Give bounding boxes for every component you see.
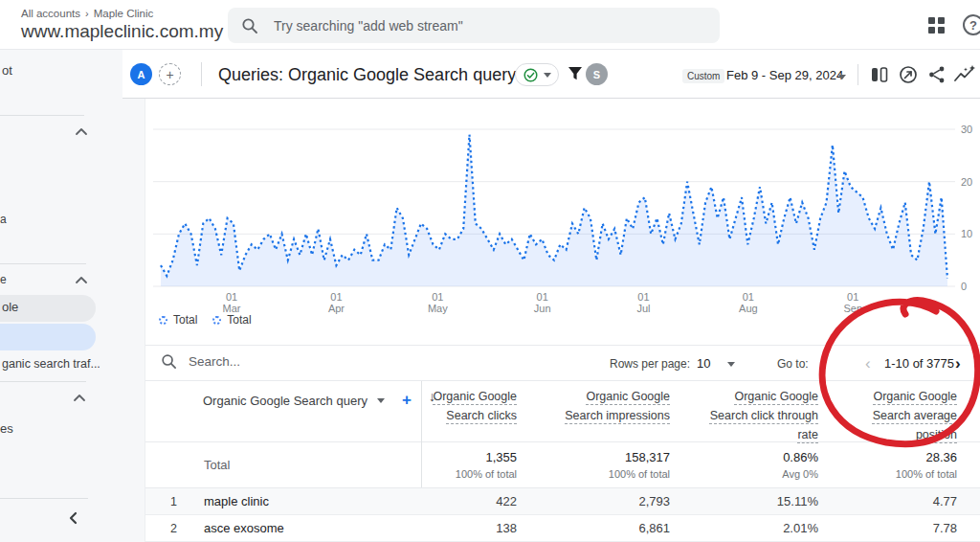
total-label: Total bbox=[204, 458, 230, 472]
dotted-series-icon bbox=[159, 316, 167, 325]
svg-text:Sep: Sep bbox=[843, 303, 862, 314]
svg-text:10: 10 bbox=[961, 228, 972, 239]
table-header-row: Organic Google Search query + ↓ Organic … bbox=[145, 381, 980, 442]
svg-text:Apr: Apr bbox=[328, 303, 345, 314]
nav-divider bbox=[0, 263, 86, 264]
nav-item-fragment-top[interactable]: ot bbox=[2, 63, 12, 78]
property-selector[interactable]: www.mapleclinic.com.my bbox=[21, 21, 237, 42]
timeseries-chart: 010203001Mar01Apr01May01Jun01Jul01Aug01S… bbox=[145, 99, 980, 345]
diagnostics-grid-icon[interactable] bbox=[928, 17, 945, 34]
date-range-selector[interactable]: Feb 9 - Sep 29, 2024 bbox=[726, 68, 843, 82]
left-nav-panel: ot a e ole ganic search traf... es bbox=[0, 50, 145, 542]
insights-icon[interactable] bbox=[898, 64, 919, 85]
legend-item-total-1[interactable]: Total bbox=[159, 313, 197, 327]
report-header: A + Queries: Organic Google Search query… bbox=[122, 50, 980, 99]
column-header-clicks[interactable]: Organic Google Search clicks bbox=[421, 388, 517, 426]
divider bbox=[201, 62, 202, 86]
nav-item-fragment-e[interactable]: e bbox=[0, 273, 7, 286]
chevron-down-icon bbox=[377, 398, 385, 403]
column-header-avg-position[interactable]: Organic Google Search average position bbox=[818, 388, 957, 444]
workspace-avatar[interactable]: A bbox=[130, 63, 152, 85]
dotted-series-icon bbox=[212, 316, 221, 325]
rows-per-page-select[interactable]: 10 bbox=[697, 356, 710, 371]
breadcrumb-all-accounts[interactable]: All accounts bbox=[21, 8, 80, 19]
total-avg-position: 28.36100% of total bbox=[818, 450, 957, 480]
nav-item-organic-search-traffic[interactable]: ganic search traf... bbox=[2, 357, 100, 371]
compare-icon[interactable] bbox=[869, 64, 890, 85]
report-status-pill[interactable] bbox=[515, 63, 559, 86]
nav-divider bbox=[0, 381, 86, 382]
table-search[interactable] bbox=[161, 353, 361, 370]
query-cell: maple clinic bbox=[204, 494, 269, 508]
search-icon bbox=[241, 17, 258, 34]
add-comparison-button[interactable]: + bbox=[159, 63, 181, 85]
total-clicks: 1,355100% of total bbox=[421, 450, 517, 480]
search-icon bbox=[161, 353, 177, 370]
date-range-badge: Custom bbox=[682, 69, 724, 83]
table-row[interactable]: 2 asce exosome 138 6,861 2.01% 7.78 bbox=[145, 515, 980, 542]
top-bar: All accounts › Maple Clinic www.maplecli… bbox=[0, 0, 980, 50]
filter-icon[interactable] bbox=[567, 64, 584, 83]
report-body: 010203001Mar01Apr01May01Jun01Jul01Aug01S… bbox=[145, 99, 980, 542]
dimension-header[interactable]: Organic Google Search query + bbox=[203, 391, 412, 410]
chevron-up-icon[interactable] bbox=[75, 127, 88, 136]
nav-pill-label: ole bbox=[2, 300, 18, 314]
chevron-up-icon[interactable] bbox=[75, 276, 88, 284]
check-circle-icon bbox=[523, 68, 538, 82]
query-cell: asce exosome bbox=[204, 521, 284, 535]
chevron-down-icon bbox=[838, 75, 846, 79]
nav-item-fragment-bottom[interactable]: es bbox=[0, 421, 13, 436]
svg-text:01: 01 bbox=[637, 291, 649, 303]
divider bbox=[858, 64, 858, 85]
ga4-report-page: All accounts › Maple Clinic www.maplecli… bbox=[0, 0, 980, 542]
table-total-row: Total 1,355100% of total 158,317100% of … bbox=[145, 442, 980, 488]
table-search-input[interactable] bbox=[189, 354, 361, 369]
svg-text:30: 30 bbox=[961, 124, 972, 135]
user-avatar[interactable]: S bbox=[586, 63, 608, 85]
svg-text:Jul: Jul bbox=[636, 303, 650, 314]
insights-sparkline-icon[interactable] bbox=[953, 64, 976, 85]
nav-item-fragment-mid[interactable]: a bbox=[0, 213, 7, 226]
nav-pill-item-selected[interactable] bbox=[0, 324, 96, 350]
svg-text:01: 01 bbox=[330, 291, 342, 303]
breadcrumb-separator-icon: › bbox=[85, 8, 89, 19]
global-search-input[interactable] bbox=[274, 18, 676, 34]
share-icon[interactable] bbox=[926, 64, 947, 85]
svg-text:Aug: Aug bbox=[739, 303, 758, 314]
total-ctr: 0.86%Avg 0% bbox=[670, 450, 818, 480]
breadcrumb-account[interactable]: Maple Clinic bbox=[94, 8, 154, 19]
chevron-down-icon bbox=[727, 362, 735, 367]
help-icon[interactable]: ? bbox=[963, 14, 980, 35]
table-row[interactable]: 1 maple clinic 422 2,793 15.11% 4.77 bbox=[145, 488, 980, 515]
chevron-up-icon[interactable] bbox=[73, 394, 86, 402]
table-controls: Rows per page: 10 Go to: ‹ 1-10 of 3775 … bbox=[145, 345, 980, 381]
svg-text:01: 01 bbox=[226, 291, 237, 303]
legend-item-total-2[interactable]: Total bbox=[212, 313, 251, 327]
rows-per-page-label: Rows per page: bbox=[610, 357, 690, 371]
svg-text:May: May bbox=[428, 303, 448, 314]
svg-text:Jun: Jun bbox=[534, 303, 551, 314]
column-header-impressions[interactable]: Organic Google Search impressions bbox=[517, 388, 670, 426]
property-name: www.mapleclinic.com.my bbox=[21, 21, 223, 42]
nav-divider bbox=[0, 115, 84, 116]
next-page-icon[interactable]: › bbox=[955, 354, 961, 373]
svg-text:20: 20 bbox=[961, 176, 972, 188]
nav-pill-item[interactable]: ole bbox=[0, 295, 96, 322]
svg-text:01: 01 bbox=[847, 291, 858, 303]
svg-text:01: 01 bbox=[743, 291, 754, 303]
global-search[interactable] bbox=[228, 8, 720, 43]
svg-text:01: 01 bbox=[537, 291, 548, 303]
previous-page-icon[interactable]: ‹ bbox=[865, 354, 871, 373]
column-header-ctr[interactable]: Organic Google Search click through rate bbox=[670, 388, 818, 444]
goto-page-label: Go to: bbox=[777, 357, 809, 371]
chart-legend: Total Total bbox=[159, 313, 252, 327]
breadcrumb[interactable]: All accounts › Maple Clinic bbox=[21, 8, 153, 19]
line-chart-canvas[interactable]: 010203001Mar01Apr01May01Jun01Jul01Aug01S… bbox=[145, 99, 980, 328]
total-impressions: 158,317100% of total bbox=[517, 450, 670, 480]
nav-divider bbox=[0, 498, 88, 499]
chevron-down-icon bbox=[544, 73, 551, 78]
collapse-nav-icon[interactable] bbox=[68, 511, 78, 525]
report-title: Queries: Organic Google Search query bbox=[218, 65, 516, 85]
add-dimension-button[interactable]: + bbox=[402, 391, 412, 410]
svg-text:01: 01 bbox=[432, 291, 443, 303]
